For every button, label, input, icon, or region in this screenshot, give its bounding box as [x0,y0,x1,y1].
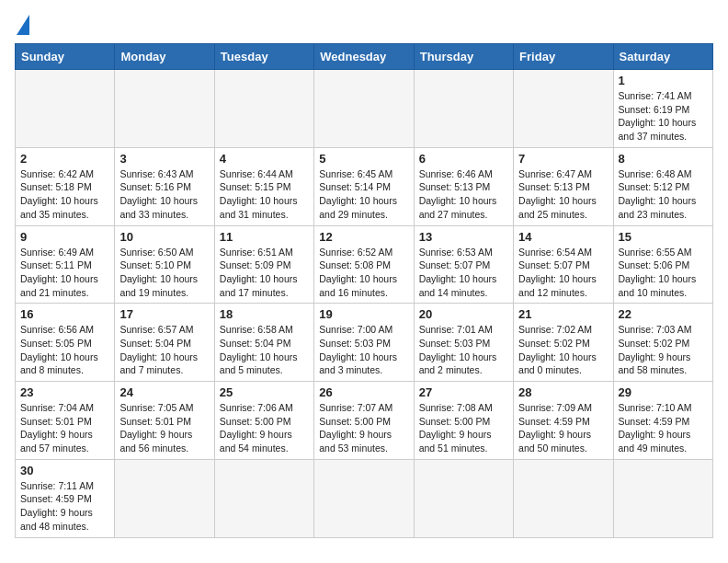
calendar-cell: 12Sunrise: 6:52 AM Sunset: 5:08 PM Dayli… [314,225,414,304]
calendar-week-row: 23Sunrise: 7:04 AM Sunset: 5:01 PM Dayli… [16,382,713,460]
calendar-cell: 30Sunrise: 7:11 AM Sunset: 4:59 PM Dayli… [16,459,115,537]
calendar-cell [115,70,214,148]
calendar-cell: 2Sunrise: 6:42 AM Sunset: 5:18 PM Daylig… [16,147,115,225]
weekday-header: Monday [115,44,214,70]
day-number: 20 [419,307,508,321]
day-number: 1 [619,74,708,87]
calendar-cell: 20Sunrise: 7:01 AM Sunset: 5:03 PM Dayli… [414,304,513,382]
day-info: Sunrise: 7:04 AM Sunset: 5:01 PM Dayligh… [20,401,109,455]
calendar-cell: 14Sunrise: 6:54 AM Sunset: 5:07 PM Dayli… [514,225,613,304]
day-number: 27 [419,385,508,399]
weekday-header: Friday [514,44,613,70]
day-info: Sunrise: 6:42 AM Sunset: 5:18 PM Dayligh… [20,167,109,222]
logo [15,15,29,36]
calendar-cell: 10Sunrise: 6:50 AM Sunset: 5:10 PM Dayli… [115,225,214,304]
calendar-week-row: 30Sunrise: 7:11 AM Sunset: 4:59 PM Dayli… [16,459,713,537]
day-number: 6 [419,152,508,166]
day-info: Sunrise: 6:53 AM Sunset: 5:07 PM Dayligh… [419,246,508,300]
calendar-cell: 25Sunrise: 7:06 AM Sunset: 5:00 PM Dayli… [214,382,313,460]
day-info: Sunrise: 7:06 AM Sunset: 5:00 PM Dayligh… [220,401,309,455]
weekday-header: Thursday [414,44,513,70]
day-number: 16 [20,307,109,321]
day-info: Sunrise: 7:09 AM Sunset: 4:59 PM Dayligh… [518,401,608,455]
calendar-cell: 9Sunrise: 6:49 AM Sunset: 5:11 PM Daylig… [16,225,115,304]
day-number: 15 [619,230,708,244]
day-info: Sunrise: 7:07 AM Sunset: 5:00 PM Dayligh… [319,401,408,455]
calendar-cell: 5Sunrise: 6:45 AM Sunset: 5:14 PM Daylig… [314,147,414,225]
calendar-cell: 1Sunrise: 7:41 AM Sunset: 6:19 PM Daylig… [613,70,712,148]
day-info: Sunrise: 6:46 AM Sunset: 5:13 PM Dayligh… [419,167,508,222]
day-number: 21 [518,307,608,321]
weekday-header: Wednesday [314,44,414,70]
day-info: Sunrise: 6:54 AM Sunset: 5:07 PM Dayligh… [518,246,608,300]
day-number: 12 [319,230,408,244]
day-number: 8 [619,152,708,166]
day-number: 17 [119,307,209,321]
calendar-cell: 7Sunrise: 6:47 AM Sunset: 5:13 PM Daylig… [514,147,613,225]
day-info: Sunrise: 6:55 AM Sunset: 5:06 PM Dayligh… [619,246,708,300]
calendar-cell: 16Sunrise: 6:56 AM Sunset: 5:05 PM Dayli… [16,304,115,382]
day-number: 22 [619,307,708,321]
day-info: Sunrise: 6:51 AM Sunset: 5:09 PM Dayligh… [220,246,309,300]
calendar-cell [214,459,313,537]
day-number: 9 [20,230,109,244]
day-info: Sunrise: 6:45 AM Sunset: 5:14 PM Dayligh… [319,167,408,222]
calendar-cell: 29Sunrise: 7:10 AM Sunset: 4:59 PM Dayli… [613,382,712,460]
day-number: 18 [220,307,309,321]
logo-triangle [17,15,29,35]
calendar-cell: 27Sunrise: 7:08 AM Sunset: 5:00 PM Dayli… [414,382,513,460]
calendar-table: SundayMondayTuesdayWednesdayThursdayFrid… [15,43,713,538]
weekday-header-row: SundayMondayTuesdayWednesdayThursdayFrid… [16,44,713,70]
calendar-cell: 11Sunrise: 6:51 AM Sunset: 5:09 PM Dayli… [214,225,313,304]
calendar-cell: 22Sunrise: 7:03 AM Sunset: 5:02 PM Dayli… [613,304,712,382]
day-number: 11 [220,230,309,244]
weekday-header: Saturday [613,44,712,70]
calendar-cell: 24Sunrise: 7:05 AM Sunset: 5:01 PM Dayli… [115,382,214,460]
day-info: Sunrise: 7:00 AM Sunset: 5:03 PM Dayligh… [319,323,408,377]
calendar-cell [514,70,613,148]
calendar-week-row: 2Sunrise: 6:42 AM Sunset: 5:18 PM Daylig… [16,147,713,225]
day-number: 4 [220,152,309,166]
day-info: Sunrise: 7:01 AM Sunset: 5:03 PM Dayligh… [419,323,508,377]
day-info: Sunrise: 7:03 AM Sunset: 5:02 PM Dayligh… [619,323,708,377]
calendar-cell [414,459,513,537]
calendar-cell: 17Sunrise: 6:57 AM Sunset: 5:04 PM Dayli… [115,304,214,382]
day-info: Sunrise: 6:56 AM Sunset: 5:05 PM Dayligh… [20,323,109,377]
day-info: Sunrise: 6:58 AM Sunset: 5:04 PM Dayligh… [220,323,309,377]
calendar-cell: 6Sunrise: 6:46 AM Sunset: 5:13 PM Daylig… [414,147,513,225]
day-number: 24 [119,385,209,399]
day-info: Sunrise: 7:10 AM Sunset: 4:59 PM Dayligh… [619,401,708,455]
day-info: Sunrise: 6:43 AM Sunset: 5:16 PM Dayligh… [119,167,209,222]
calendar-cell: 4Sunrise: 6:44 AM Sunset: 5:15 PM Daylig… [214,147,313,225]
day-info: Sunrise: 7:02 AM Sunset: 5:02 PM Dayligh… [518,323,608,377]
day-number: 5 [319,152,408,166]
day-info: Sunrise: 6:50 AM Sunset: 5:10 PM Dayligh… [119,246,209,300]
calendar-cell: 18Sunrise: 6:58 AM Sunset: 5:04 PM Dayli… [214,304,313,382]
day-info: Sunrise: 6:44 AM Sunset: 5:15 PM Dayligh… [220,167,309,222]
calendar-cell [214,70,313,148]
day-number: 28 [518,385,608,399]
day-number: 7 [518,152,608,166]
calendar-cell: 3Sunrise: 6:43 AM Sunset: 5:16 PM Daylig… [115,147,214,225]
day-info: Sunrise: 7:05 AM Sunset: 5:01 PM Dayligh… [119,401,209,455]
calendar-cell [314,70,414,148]
calendar-cell: 23Sunrise: 7:04 AM Sunset: 5:01 PM Dayli… [16,382,115,460]
calendar-week-row: 1Sunrise: 7:41 AM Sunset: 6:19 PM Daylig… [16,70,713,148]
day-info: Sunrise: 7:41 AM Sunset: 6:19 PM Dayligh… [619,89,708,144]
day-number: 23 [20,385,109,399]
calendar-cell: 28Sunrise: 7:09 AM Sunset: 4:59 PM Dayli… [514,382,613,460]
day-number: 30 [20,464,109,477]
day-number: 13 [419,230,508,244]
calendar-cell: 21Sunrise: 7:02 AM Sunset: 5:02 PM Dayli… [514,304,613,382]
calendar-cell [16,70,115,148]
weekday-header: Sunday [16,44,115,70]
day-info: Sunrise: 6:57 AM Sunset: 5:04 PM Dayligh… [119,323,209,377]
calendar-cell [115,459,214,537]
weekday-header: Tuesday [214,44,313,70]
calendar-cell [613,459,712,537]
day-number: 3 [119,152,209,166]
day-number: 19 [319,307,408,321]
page-header [15,15,713,36]
day-info: Sunrise: 6:49 AM Sunset: 5:11 PM Dayligh… [20,246,109,300]
calendar-week-row: 9Sunrise: 6:49 AM Sunset: 5:11 PM Daylig… [16,225,713,304]
